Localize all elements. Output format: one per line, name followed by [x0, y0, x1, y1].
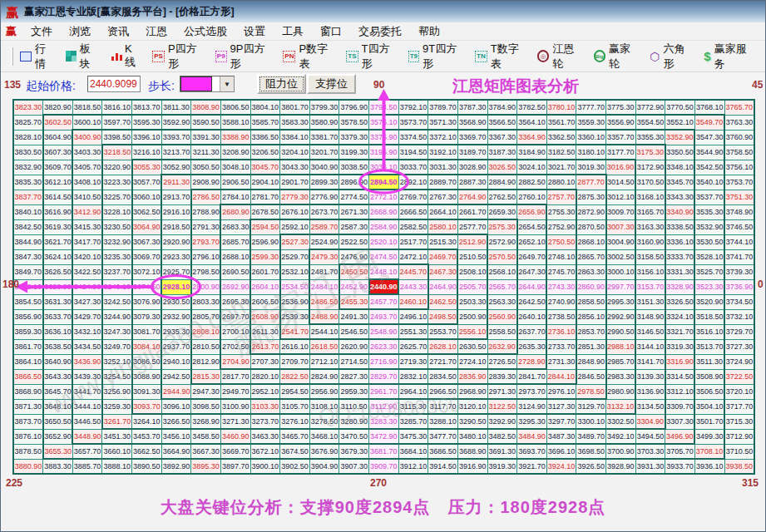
grid-cell[interactable]: 2476.90 [339, 249, 369, 264]
grid-cell[interactable]: 3794.50 [369, 100, 399, 115]
grid-cell[interactable]: 3856.90 [13, 309, 43, 324]
grid-cell[interactable]: 3456.10 [161, 429, 191, 444]
grid-cell[interactable]: 2623.30 [369, 339, 399, 354]
grid-cell[interactable]: 2664.10 [428, 204, 458, 219]
grid-cell[interactable]: 2834.50 [428, 369, 458, 384]
grid-cell[interactable]: 3340.90 [665, 204, 695, 219]
grid-cell[interactable]: 3326.50 [665, 294, 695, 309]
grid-cell[interactable]: 2719.30 [398, 354, 428, 369]
grid-cell[interactable]: 2546.50 [339, 324, 369, 339]
grid-cell[interactable]: 3180.10 [576, 145, 606, 160]
grid-cell[interactable]: 3645.70 [43, 384, 73, 399]
grid-cell[interactable]: 3040.90 [309, 160, 339, 175]
grid-cell[interactable]: 3050.50 [191, 160, 221, 175]
grid-cell[interactable]: 3204.10 [280, 145, 310, 160]
grid-cell[interactable]: 3388.90 [220, 130, 250, 145]
grid-cell[interactable]: 3465.70 [280, 429, 310, 444]
grid-cell[interactable]: 2493.70 [369, 309, 399, 324]
grid-cell[interactable]: 2990.50 [606, 324, 636, 339]
grid-cell[interactable]: 2779.30 [280, 190, 310, 204]
grid-cell[interactable]: 3268.90 [191, 414, 221, 429]
grid-cell[interactable]: 2875.30 [576, 190, 606, 204]
grid-cell[interactable]: 3892.90 [161, 459, 191, 474]
grid-cell[interactable]: 2529.70 [280, 249, 310, 264]
grid-cell[interactable]: 2887.30 [457, 175, 487, 190]
grid-cell[interactable]: 3758.50 [724, 145, 754, 160]
grid-cell[interactable]: 2904.10 [250, 175, 280, 190]
grid-cell[interactable]: 3079.30 [132, 309, 162, 324]
grid-cell[interactable]: 3213.70 [161, 145, 191, 160]
grid-cell[interactable]: 3736.90 [724, 279, 754, 294]
grid-cell[interactable]: 2666.50 [398, 204, 428, 219]
grid-cell[interactable]: 3924.10 [546, 459, 576, 474]
grid-cell[interactable]: 2997.70 [606, 279, 636, 294]
grid-cell[interactable]: 2995.30 [606, 294, 636, 309]
grid-cell[interactable]: 3295.30 [517, 414, 547, 429]
grid-cell[interactable]: 2563.30 [487, 294, 517, 309]
grid-cell[interactable]: 3081.70 [132, 324, 162, 339]
grid-cell[interactable]: 2503.30 [457, 294, 487, 309]
grid-cell[interactable]: 2911.30 [161, 175, 191, 190]
grid-cell[interactable]: 3048.10 [220, 160, 250, 175]
grid-cell[interactable]: 3746.50 [724, 219, 754, 234]
grid-cell[interactable]: 2589.70 [309, 219, 339, 234]
grid-cell[interactable]: 3487.30 [546, 429, 576, 444]
grid-cell[interactable]: 2647.30 [517, 264, 547, 279]
grid-cell[interactable]: 2520.10 [369, 234, 399, 249]
grid-cell[interactable]: 3796.90 [339, 100, 369, 115]
grid-cell[interactable]: 3153.70 [635, 279, 665, 294]
grid-cell[interactable]: 2618.50 [309, 339, 339, 354]
grid-cell[interactable]: 3319.30 [665, 339, 695, 354]
grid-cell[interactable]: 3837.70 [13, 190, 43, 204]
grid-cell[interactable]: 3823.30 [13, 100, 43, 115]
grid-cell[interactable]: 3312.10 [665, 384, 695, 399]
grid-cell[interactable]: 3076.90 [132, 294, 162, 309]
grid-cell[interactable]: 2515.30 [428, 234, 458, 249]
grid-cell[interactable]: 3124.90 [517, 399, 547, 414]
grid-cell[interactable]: 2786.50 [191, 190, 221, 204]
grid-cell[interactable]: 2798.50 [191, 264, 221, 279]
grid-cell[interactable]: 3775.30 [606, 100, 636, 115]
grid-cell[interactable]: 3830.50 [13, 145, 43, 160]
grid-cell[interactable]: 3410.50 [72, 190, 102, 204]
grid-cell[interactable]: 2457.70 [369, 294, 399, 309]
grid-cell[interactable]: 3472.90 [369, 429, 399, 444]
grid-cell[interactable]: 3177.70 [606, 145, 636, 160]
grid-cell[interactable]: 2680.90 [220, 204, 250, 219]
grid-cell[interactable]: 3900.10 [250, 459, 280, 474]
grid-cell[interactable]: 3060.10 [132, 190, 162, 204]
grid-cell[interactable]: 3669.70 [220, 444, 250, 459]
grid-cell[interactable]: 2930.50 [161, 294, 191, 309]
grid-cell[interactable]: 2884.90 [487, 175, 517, 190]
grid-cell[interactable]: 3220.90 [102, 160, 132, 175]
grid-cell[interactable]: 2954.50 [280, 384, 310, 399]
grid-cell[interactable]: 2611.30 [250, 324, 280, 339]
grid-cell[interactable]: 3228.10 [102, 204, 132, 219]
grid-cell[interactable]: 2481.70 [309, 264, 339, 279]
grid-cell[interactable]: 2498.50 [428, 309, 458, 324]
grid-cell[interactable]: 3626.50 [43, 264, 73, 279]
grid-cell[interactable]: 2668.90 [369, 204, 399, 219]
toolbar-item-T数字表[interactable]: TNT数字表 [475, 42, 526, 71]
grid-cell[interactable]: 2788.90 [191, 204, 221, 219]
grid-cell[interactable]: 2918.50 [161, 219, 191, 234]
grid-cell[interactable]: 2510.50 [457, 249, 487, 264]
grid-cell[interactable]: 2500.90 [457, 309, 487, 324]
grid-cell[interactable]: 3160.90 [635, 234, 665, 249]
grid-cell[interactable]: 3211.30 [191, 145, 221, 160]
grid-cell[interactable]: 3652.90 [43, 429, 73, 444]
grid-cell[interactable]: 3259.30 [102, 399, 132, 414]
grid-cell[interactable]: 2587.30 [339, 219, 369, 234]
grid-cell[interactable]: 3252.10 [102, 354, 132, 369]
grid-cell[interactable]: 3396.10 [132, 130, 162, 145]
grid-cell[interactable]: 2580.10 [428, 219, 458, 234]
grid-cell[interactable]: 3561.70 [546, 115, 576, 130]
grid-cell[interactable]: 3264.10 [132, 414, 162, 429]
grid-cell[interactable]: 2635.30 [517, 339, 547, 354]
grid-cell[interactable]: 2582.50 [398, 219, 428, 234]
grid-cell[interactable]: 3748.90 [724, 204, 754, 219]
grid-cell[interactable]: 3597.70 [102, 115, 132, 130]
grid-cell[interactable]: 3849.70 [13, 264, 43, 279]
grid-cell[interactable]: 3384.10 [280, 130, 310, 145]
grid-cell[interactable]: 2913.70 [161, 190, 191, 204]
